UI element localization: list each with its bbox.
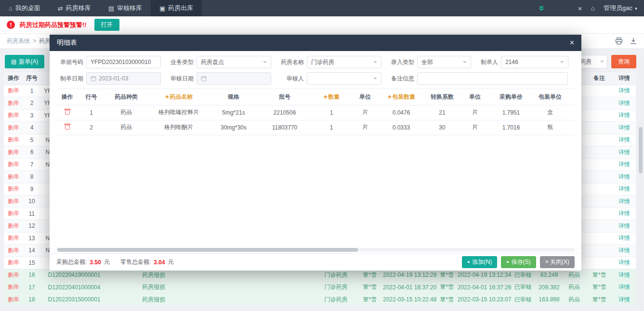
cell-note — [586, 171, 613, 183]
delete-doc-link[interactable]: 删单 — [4, 85, 23, 97]
detail-link[interactable]: 详情 — [613, 232, 636, 245]
cell-seq: 18 — [23, 294, 40, 306]
nav-item-home[interactable]: ⌂我的桌面 — [0, 0, 49, 16]
query-button[interactable]: 查询 — [611, 55, 636, 68]
print-icon[interactable] — [615, 37, 623, 45]
new-document-button[interactable]: ▤ 新单(A) — [5, 55, 44, 68]
audit-date-input[interactable] — [197, 72, 271, 85]
nav-item-transfer[interactable]: ⇄药房移库 — [49, 0, 100, 16]
row-delete-cell[interactable] — [56, 120, 78, 135]
detail-link[interactable]: 详情 — [613, 257, 636, 269]
cell-extra — [199, 281, 315, 294]
chevron-down-icon — [373, 78, 377, 81]
delete-doc-link[interactable]: 删单 — [4, 97, 23, 110]
auditor-select[interactable] — [307, 72, 381, 85]
detail-link[interactable]: 详情 — [613, 207, 636, 220]
delete-doc-link[interactable]: 删单 — [4, 269, 23, 282]
biz-type-select[interactable]: 药房盘点 — [197, 56, 271, 68]
scrollbar-thumb[interactable] — [639, 127, 643, 173]
column-header: 单位 — [351, 89, 379, 105]
table-row: 删单16D120220419000001药房报损门诊药房覃*雪2022-04-1… — [4, 269, 636, 282]
delete-doc-link[interactable]: 删单 — [4, 109, 23, 122]
make-date-input[interactable]: 2023-01-03 — [86, 72, 161, 85]
pharmacy-select[interactable]: 门诊药房 — [307, 56, 381, 68]
detail-link[interactable]: 详情 — [613, 294, 636, 306]
cell-make_time: 2022-04-01 16:37:20 — [383, 281, 436, 294]
trash-icon[interactable] — [65, 124, 70, 130]
scrollbar-thumb[interactable] — [57, 248, 358, 252]
vertical-scrollbar[interactable] — [639, 120, 643, 310]
detail-link[interactable]: 详情 — [613, 85, 636, 97]
delete-doc-link[interactable]: 删单 — [4, 171, 23, 183]
warning-icon: ! — [7, 21, 15, 29]
caret-down-icon: ▾ — [635, 6, 637, 11]
column-header: 备注 — [586, 72, 613, 85]
delete-doc-link[interactable]: 删单 — [4, 232, 23, 245]
entry-type-select[interactable]: 全部 — [417, 56, 471, 68]
cell-auditor: 覃*雪 — [436, 269, 458, 282]
save-button[interactable]: ● 保存(S) — [501, 256, 536, 268]
delete-doc-link[interactable]: 删单 — [4, 207, 23, 220]
modal-close-icon[interactable]: × — [570, 39, 574, 47]
user-menu[interactable]: 管理员gac ▾ — [604, 4, 637, 13]
detail-link[interactable]: 详情 — [613, 146, 636, 159]
open-alert-button[interactable]: 打开 — [94, 19, 119, 31]
collapse-double-chevron-icon[interactable]: « — [536, 5, 545, 11]
horizontal-scrollbar[interactable] — [56, 248, 575, 252]
auditor-label: 审核人 — [277, 75, 304, 83]
audit-icon: ▤ — [108, 5, 114, 12]
cell-status: 已审核 — [511, 294, 536, 306]
delete-doc-link[interactable]: 删单 — [4, 183, 23, 195]
detail-link[interactable]: 详情 — [613, 220, 636, 233]
detail-link[interactable]: 详情 — [613, 183, 636, 195]
delete-doc-link[interactable]: 删单 — [4, 134, 23, 146]
breadcrumb-root[interactable]: 药房系统 — [7, 37, 30, 45]
delete-doc-link[interactable]: 删单 — [4, 294, 23, 306]
detail-link[interactable]: 详情 — [613, 122, 636, 134]
home-icon[interactable]: ⌂ — [591, 4, 595, 12]
doc-no-input[interactable] — [86, 56, 161, 68]
detail-link[interactable]: 详情 — [613, 134, 636, 146]
remark-input[interactable] — [417, 72, 568, 85]
detail-link[interactable]: 详情 — [613, 281, 636, 294]
detail-link[interactable]: 详情 — [613, 195, 636, 208]
download-icon[interactable] — [630, 37, 637, 45]
detail-link[interactable]: 详情 — [613, 269, 636, 282]
close-all-icon[interactable]: × — [578, 4, 582, 13]
cell-maker: 覃*雪 — [356, 281, 383, 294]
retail-total-label: 零售总金额: — [120, 258, 151, 266]
add-row-button[interactable]: ● 添加(N) — [462, 256, 497, 268]
row-delete-cell[interactable] — [56, 105, 78, 120]
cell-seq: 13 — [23, 232, 40, 245]
delete-doc-link[interactable]: 删单 — [4, 146, 23, 159]
cell-note — [586, 146, 613, 159]
cell-type: 药房报损 — [108, 269, 199, 282]
delete-doc-link[interactable]: 删单 — [4, 245, 23, 257]
cell-batch: 2210506 — [258, 105, 312, 120]
cell-seq: 14 — [23, 245, 40, 257]
detail-link[interactable]: 详情 — [613, 158, 636, 171]
delete-doc-link[interactable]: 删单 — [4, 257, 23, 269]
cell-price: 1.7951 — [489, 105, 533, 120]
trash-icon[interactable] — [65, 109, 70, 115]
detail-link[interactable]: 详情 — [613, 97, 636, 110]
user-name: 管理员gac — [604, 4, 632, 13]
detail-link[interactable]: 详情 — [613, 109, 636, 122]
breadcrumb-separator: > — [33, 38, 36, 44]
maker-select[interactable]: 2146 — [501, 56, 568, 68]
detail-link[interactable]: 详情 — [613, 245, 636, 257]
cell-id: D120220315000001 — [40, 294, 108, 306]
nav-item-outbound[interactable]: ▣药房出库 — [151, 0, 202, 16]
nav-item-audit[interactable]: ▤审核移库 — [100, 0, 151, 16]
delete-doc-link[interactable]: 删单 — [4, 195, 23, 208]
delete-doc-link[interactable]: 删单 — [4, 158, 23, 171]
delete-doc-link[interactable]: 删单 — [4, 281, 23, 294]
detail-link[interactable]: 详情 — [613, 171, 636, 183]
cell-note: 覃*雪 — [586, 294, 613, 306]
delete-doc-link[interactable]: 删单 — [4, 220, 23, 233]
cell-kind: 药品 — [105, 120, 148, 135]
screen: ⌂我的桌面⇄药房移库▤审核移库▣药房出库 « × ⌂ 管理员gac ▾ ! 药房… — [0, 0, 644, 311]
close-button[interactable]: × 关闭(X) — [540, 256, 575, 268]
delete-doc-link[interactable]: 删单 — [4, 122, 23, 134]
detail-table: 操作行号药品种类★药品名称规格批号★数量单位★包装数量转换系数单位采购单价包装单… — [56, 89, 575, 135]
